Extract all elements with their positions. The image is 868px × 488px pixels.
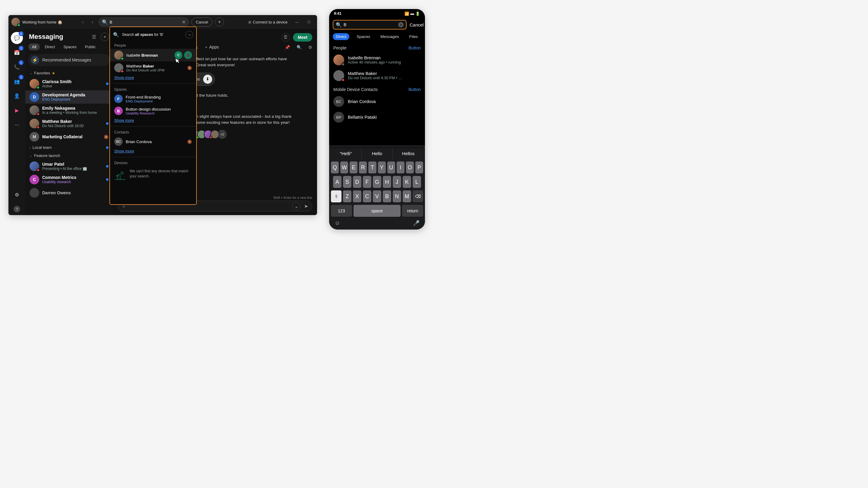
mresult-brian[interactable]: BC Brian Cordova	[329, 94, 425, 109]
msection-contacts-button[interactable]: Button	[409, 87, 421, 92]
expand-compose-icon[interactable]: ⌄	[292, 202, 301, 210]
window-maximize[interactable]: ☐	[304, 18, 314, 27]
mic-icon[interactable]: 🎤	[413, 220, 420, 227]
window-minimize[interactable]: —	[292, 18, 302, 27]
search-all-spaces-row[interactable]: 🔍 Search all spaces for 'B' →	[110, 29, 196, 40]
result-frontend-branding[interactable]: F Front-end BrandingENG Deployment	[110, 93, 196, 105]
clear-search-icon[interactable]: ✕	[182, 19, 186, 25]
key-g[interactable]: G	[373, 176, 381, 188]
key-j[interactable]: J	[393, 176, 401, 188]
key-u[interactable]: U	[387, 161, 395, 173]
connect-device-button[interactable]: ⎚ Connect to a device	[249, 20, 287, 24]
sidebar-item-dev-agenda[interactable]: D Development AgendaENG Deployment	[25, 90, 113, 104]
key-shift[interactable]: ⇧	[331, 190, 341, 202]
emoji-icon[interactable]: ☺	[335, 220, 340, 227]
download-icon[interactable]: ⬇	[203, 75, 212, 84]
key-v[interactable]: V	[373, 190, 381, 202]
sidebar-item-metrics[interactable]: C Common MetricsUsability research	[25, 173, 113, 186]
sugg-2[interactable]: Hello	[362, 148, 393, 159]
key-x[interactable]: X	[353, 190, 361, 202]
sugg-3[interactable]: Hellos	[393, 148, 424, 159]
go-icon[interactable]: →	[185, 31, 193, 38]
sidebar-item-umar[interactable]: Umar PatelPresenting • At the office 🏢	[25, 160, 113, 173]
key-backspace[interactable]: ⌫	[412, 190, 423, 202]
result-brian[interactable]: BC Brian Cordova 🔕	[110, 135, 196, 148]
sidebar-item-clarissa[interactable]: Clarissa SmithActive	[25, 77, 113, 90]
sidebar-item-darren[interactable]: Darren Owens	[25, 186, 113, 199]
key-space[interactable]: space	[353, 205, 401, 217]
mobile-search-input[interactable]	[344, 22, 396, 27]
key-h[interactable]: H	[383, 176, 391, 188]
key-l[interactable]: L	[412, 176, 421, 188]
tab-public[interactable]: Public	[82, 43, 99, 50]
tab-spaces[interactable]: Spaces	[60, 43, 80, 50]
key-z[interactable]: Z	[343, 190, 351, 202]
rail-teams[interactable]: 👥 1	[11, 75, 23, 87]
show-more-people[interactable]: Show more	[110, 74, 196, 83]
convo-settings-icon[interactable]: ⚙	[308, 45, 312, 50]
global-search[interactable]: 🔍 ✕	[98, 18, 189, 27]
send-icon[interactable]: ➤	[302, 202, 310, 210]
sidebar-item-marketing[interactable]: M Marketing Collateral 🔕	[25, 130, 113, 143]
key-k[interactable]: K	[403, 176, 411, 188]
key-t[interactable]: T	[368, 161, 376, 173]
key-w[interactable]: W	[340, 161, 348, 173]
sugg-1[interactable]: "Helli"	[330, 148, 362, 159]
show-more-contacts[interactable]: Show more	[110, 148, 196, 156]
tab-apps[interactable]: ＋ Apps	[204, 44, 219, 50]
mresult-bellatrix[interactable]: BP Bellatrix Pataki	[329, 109, 425, 125]
mobile-search[interactable]: 🔍 ✕	[333, 20, 407, 30]
mtab-files[interactable]: Files	[406, 33, 421, 40]
mtab-direct[interactable]: Direct	[333, 33, 349, 40]
mobile-cancel[interactable]: Cancel	[410, 22, 424, 27]
compose-button[interactable]: ＋	[101, 33, 109, 41]
group-favorites[interactable]: ⌄ Favorites ★	[25, 69, 113, 77]
clear-icon[interactable]: ✕	[398, 22, 404, 27]
show-more-spaces[interactable]: Show more	[110, 117, 196, 126]
key-c[interactable]: C	[363, 190, 371, 202]
rail-app[interactable]: ▶	[11, 104, 23, 116]
mresult-matthew[interactable]: Matthew BakerDo not Disturb until 4:30 P…	[329, 68, 425, 84]
mtab-spaces[interactable]: Spaces	[353, 33, 373, 40]
key-a[interactable]: A	[333, 176, 341, 188]
rail-settings[interactable]: ⚙	[11, 189, 23, 201]
key-i[interactable]: I	[397, 161, 404, 173]
mtab-messages[interactable]: Messages	[377, 33, 402, 40]
tab-direct[interactable]: Direct	[41, 43, 59, 50]
key-y[interactable]: Y	[378, 161, 386, 173]
key-123[interactable]: 123	[331, 205, 352, 217]
key-e[interactable]: E	[350, 161, 358, 173]
key-b[interactable]: B	[383, 190, 391, 202]
nav-back-button[interactable]: ‹	[79, 19, 87, 26]
nav-forward-button[interactable]: ›	[89, 19, 96, 26]
video-call-icon[interactable]: 🎥	[184, 51, 192, 59]
msection-people-button[interactable]: Button	[409, 45, 421, 50]
key-o[interactable]: O	[406, 161, 414, 173]
key-f[interactable]: F	[363, 176, 371, 188]
rail-more[interactable]: ⋯	[11, 119, 23, 131]
tab-all[interactable]: All	[28, 43, 40, 50]
group-local-team[interactable]: › Local team	[25, 143, 113, 152]
key-r[interactable]: R	[359, 161, 367, 173]
key-return[interactable]: return	[402, 205, 423, 217]
user-avatar[interactable]	[11, 18, 20, 26]
search-input[interactable]	[110, 20, 180, 24]
key-s[interactable]: S	[343, 176, 351, 188]
result-isabelle[interactable]: Isabelle Brennan ✆ 🎥	[110, 49, 196, 61]
recommended-messages[interactable]: ⚡ Recommended Messages	[28, 54, 110, 66]
rail-messaging[interactable]: 💬 5	[11, 32, 23, 44]
search-in-convo-icon[interactable]: 🔍	[297, 45, 302, 50]
key-q[interactable]: Q	[331, 161, 339, 173]
content-action-1[interactable]: 🗓	[281, 33, 290, 41]
key-p[interactable]: P	[415, 161, 423, 173]
result-button-design[interactable]: B Button design discussionUsability Rese…	[110, 105, 196, 117]
cancel-search-button[interactable]: Cancel	[191, 18, 213, 27]
key-m[interactable]: M	[403, 190, 411, 202]
rail-contacts[interactable]: 👤	[11, 90, 23, 102]
pin-icon[interactable]: 📌	[285, 45, 290, 50]
key-n[interactable]: N	[393, 190, 401, 202]
filter-button[interactable]: ☰	[90, 33, 98, 41]
rail-help[interactable]: ?	[11, 203, 23, 215]
rail-calls[interactable]: 📞 1	[11, 61, 23, 73]
result-matthew[interactable]: Matthew BakerDo Not Disturb until 2PM 🔕	[110, 61, 196, 74]
